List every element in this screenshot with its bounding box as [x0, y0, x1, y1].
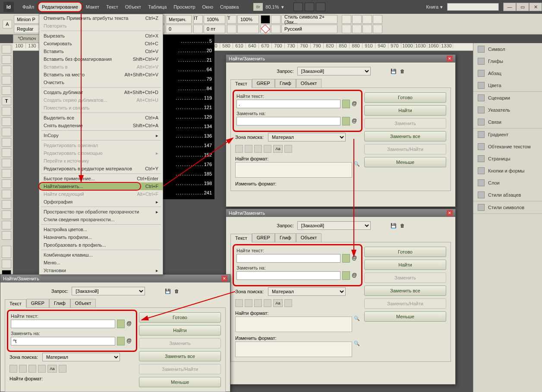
change-button[interactable]: Заменить	[364, 273, 446, 283]
edit-menu-item[interactable]: Установки▸	[39, 267, 163, 274]
change-format-box[interactable]	[235, 342, 352, 357]
change-button[interactable]: Заменить	[139, 338, 221, 348]
tab-grep[interactable]: GREP	[26, 299, 49, 307]
scope-icon-4[interactable]	[264, 299, 271, 307]
edit-menu-item[interactable]: Преобразовать в профиль...	[39, 241, 163, 249]
tab-grep[interactable]: GREP	[252, 79, 275, 88]
change-button[interactable]: Заменить	[364, 118, 446, 129]
tab-text[interactable]: Текст	[230, 79, 252, 88]
align-2[interactable]	[352, 15, 362, 24]
scope-icon-4[interactable]	[38, 365, 46, 373]
whole-word-icon[interactable]	[284, 299, 292, 307]
hscale-field[interactable]: 100%	[237, 15, 259, 24]
scope-icon-3[interactable]	[254, 299, 262, 307]
zone-select[interactable]: Материал	[42, 353, 120, 361]
search-input[interactable]	[447, 3, 499, 11]
selection-tool[interactable]	[2, 45, 11, 53]
dialog-titlebar[interactable]: Найти/Заменить✕	[226, 55, 455, 63]
document-tab[interactable]: *Отточ	[13, 34, 41, 43]
fill-stroke-swap[interactable]	[2, 246, 11, 258]
panel-tab[interactable]: Глифы	[473, 55, 542, 67]
panel-tab[interactable]: Цвета	[473, 79, 542, 91]
zone-select[interactable]: Материал	[268, 287, 346, 296]
tab-object[interactable]: Объект	[70, 299, 96, 307]
changefind-button[interactable]: Заменить/Найти	[364, 298, 446, 309]
find-button[interactable]: Найти	[139, 325, 221, 336]
zoom-level[interactable]: 80,1%	[265, 4, 279, 9]
edit-menu-item[interactable]: Найти/заменить...Ctrl+F	[39, 182, 163, 190]
find-dropdown[interactable]	[342, 100, 350, 108]
find-format-box[interactable]	[235, 317, 352, 332]
done-button[interactable]: Готово	[364, 92, 446, 103]
query-select[interactable]: [Заказной]	[72, 287, 145, 295]
frame-tool[interactable]	[2, 138, 11, 147]
edit-menu-item[interactable]: ВырезатьCtrl+X	[39, 32, 163, 40]
query-select[interactable]: [Заказной]	[297, 221, 371, 230]
replace-special-icon[interactable]: @	[352, 118, 359, 125]
skew-field[interactable]	[237, 25, 259, 33]
panel-tab[interactable]: Слои	[473, 177, 542, 189]
edit-menu-item[interactable]: Выделить всеCtrl+A	[39, 114, 163, 122]
scope-icon-3[interactable]	[28, 365, 36, 373]
tab-text[interactable]: Текст	[5, 299, 26, 308]
panel-tab[interactable]: Указатель	[473, 104, 542, 116]
panel-tab[interactable]: Абзац	[473, 67, 542, 79]
close-button[interactable]: ✕	[529, 3, 542, 11]
delete-query-icon[interactable]: 🗑	[400, 223, 405, 228]
edit-menu-item[interactable]: Быстрое применение...Ctrl+Enter	[39, 175, 163, 182]
scope-icon-4[interactable]	[264, 145, 271, 153]
find-special-icon[interactable]: @	[126, 320, 133, 327]
tab-object[interactable]: Объект	[296, 79, 321, 88]
dialog-titlebar[interactable]: Найти/Заменить✕	[226, 209, 455, 217]
scissors-tool[interactable]	[2, 159, 11, 167]
delete-query-icon[interactable]: 🗑	[400, 69, 405, 74]
view-mode-1[interactable]	[293, 3, 303, 11]
replace-input[interactable]	[236, 117, 340, 125]
edit-menu-item[interactable]: Пространство при обработке прозрачности▸	[39, 208, 163, 216]
replace-input[interactable]	[236, 271, 340, 280]
align-4[interactable]	[373, 15, 382, 24]
panel-tab[interactable]: Кнопки и формы	[473, 165, 542, 177]
replace-dropdown[interactable]	[342, 117, 350, 125]
panel-tab[interactable]: Страницы	[473, 153, 542, 165]
menu-table[interactable]: Таблица	[145, 3, 170, 11]
edit-menu-item[interactable]: Создать дубликатAlt+Shift+Ctrl+D	[39, 88, 163, 96]
dialog-titlebar[interactable]: Найти/Заменить✕	[0, 275, 230, 282]
edit-menu-item[interactable]: Снять выделениеShift+Ctrl+A	[39, 122, 163, 129]
transform-tool[interactable]	[2, 169, 11, 178]
find-special-icon[interactable]: @	[352, 255, 359, 262]
edit-menu-item[interactable]: СкопироватьCtrl+C	[39, 40, 163, 47]
close-icon[interactable]: ✕	[447, 56, 453, 62]
tracking-field[interactable]: 0	[166, 25, 192, 33]
scope-icon-1[interactable]	[235, 299, 243, 307]
edit-menu-item[interactable]: Меню...	[39, 259, 163, 267]
edit-menu-item[interactable]: Отменить Применить атрибуты текстаCtrl+Z	[39, 14, 163, 22]
tab-glyph[interactable]: Глиф	[275, 79, 296, 88]
changeall-button[interactable]: Заменить все	[139, 351, 221, 361]
done-button[interactable]: Готово	[364, 247, 446, 257]
edit-menu-item[interactable]: Назначить профили...	[39, 233, 163, 241]
zone-select[interactable]: Материал	[268, 133, 346, 141]
find-text-input[interactable]	[11, 320, 115, 328]
view-mode-2[interactable]	[305, 3, 314, 11]
edit-menu-item[interactable]: Вставить без форматированияShift+Ctrl+V	[39, 55, 163, 63]
stroke-icon[interactable]	[261, 25, 270, 33]
menu-edit[interactable]: Редактирование	[38, 2, 82, 12]
find-text-input[interactable]	[236, 254, 340, 263]
save-query-icon[interactable]: 💾	[165, 289, 171, 294]
bridge-button[interactable]: Br	[253, 3, 263, 11]
close-icon[interactable]: ✕	[221, 276, 227, 282]
scope-icon-2[interactable]	[245, 299, 252, 307]
type-tool[interactable]: T	[2, 97, 11, 105]
pencil-tool[interactable]	[2, 128, 11, 136]
edit-menu-item[interactable]: Вставить на местоAlt+Shift+Ctrl+V	[39, 71, 163, 78]
char-mode-icon[interactable]: A	[3, 20, 12, 28]
tab-glyph[interactable]: Глиф	[49, 299, 70, 307]
edit-menu-item[interactable]: Редактировать в редакторе материаловCtrl…	[39, 165, 163, 172]
less-button[interactable]: Меньше	[364, 157, 446, 167]
panel-tab[interactable]: Сценарии	[473, 92, 542, 104]
menu-file[interactable]: Файл	[19, 3, 38, 11]
edit-menu-item[interactable]: Орфография▸	[39, 198, 163, 206]
whole-word-icon[interactable]	[59, 365, 66, 373]
maximize-button[interactable]: ▭	[516, 3, 529, 11]
